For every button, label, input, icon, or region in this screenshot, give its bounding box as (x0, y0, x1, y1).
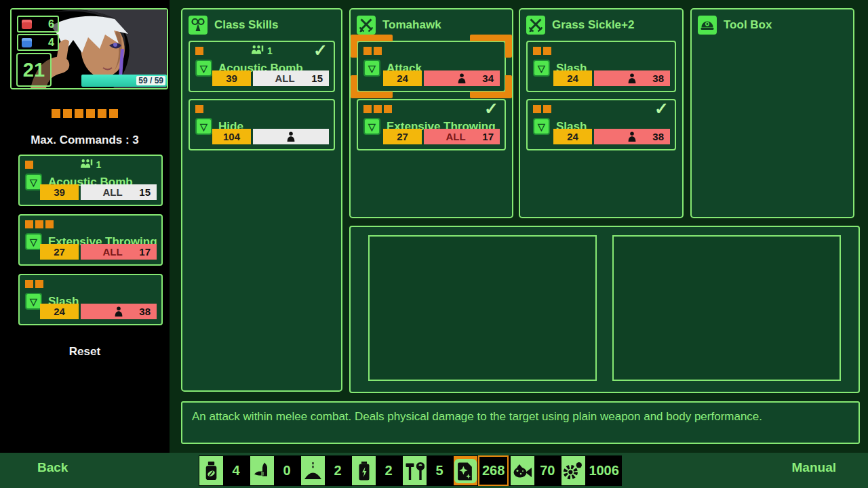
skill-stat-bars: 104 (212, 129, 329, 144)
inventory-count: 2 (326, 455, 350, 486)
hp-bar: 59 / 59 (81, 75, 167, 87)
check-icon: ✓ (484, 99, 498, 119)
power-value: 17 (482, 131, 494, 142)
cost-square (533, 105, 541, 113)
reset-button[interactable]: Reset (0, 345, 170, 359)
skill-panel: Tool Box (690, 8, 854, 218)
skill-card[interactable]: ▽Slash2438 (18, 274, 163, 325)
inventory-item[interactable]: 2 (300, 455, 350, 486)
blue-item-icon (22, 38, 32, 47)
command-cost-squares (195, 105, 203, 113)
speed-value: 27 (383, 129, 422, 144)
manual-button[interactable]: Manual (792, 460, 836, 475)
command-cost-squares (363, 105, 392, 113)
crossed-weapons-icon (526, 16, 545, 35)
command-cost-squares (533, 105, 551, 113)
skill-panel: Class Skills1✓▽Acoustic Bomb39ALL15▽Hide… (181, 8, 342, 392)
cost-square (533, 47, 541, 55)
target-power-bar (253, 129, 329, 144)
stat-blue-value: 4 (48, 37, 54, 49)
skill-card[interactable]: ▽Attack2434 (357, 41, 506, 92)
target-all-label: ALL (446, 131, 465, 142)
speed-value: 24 (553, 129, 592, 144)
target-all-label: ALL (102, 246, 122, 258)
uses-count: 1 (267, 45, 273, 56)
cost-square (35, 220, 43, 228)
target-power-bar: ALL17 (81, 244, 157, 260)
check-icon: ✓ (654, 99, 669, 119)
skill-card[interactable]: ✓▽Slash2438 (526, 99, 676, 150)
panel-title: Tomahawk (382, 18, 441, 32)
target-power-bar: ALL15 (253, 70, 329, 86)
max-commands-label: Max. Commands : 3 (0, 134, 170, 147)
command-slot-square (109, 109, 118, 118)
skill-card[interactable]: 1▽Acoustic Bomb39ALL15 (18, 155, 163, 206)
panel-card-list: 1✓▽Acoustic Bomb39ALL15▽Hide104 (182, 40, 341, 151)
toolbox-icon (698, 16, 717, 35)
cost-square (195, 105, 203, 113)
command-slot-square (98, 109, 106, 118)
command-slot-square (75, 109, 83, 118)
cost-square (543, 47, 551, 55)
back-button[interactable]: Back (37, 460, 68, 475)
person-icon (115, 306, 123, 317)
command-cost-squares (25, 280, 43, 288)
highlight-frame (454, 459, 477, 483)
cost-square (363, 105, 372, 113)
skill-type-icon: ▽ (195, 118, 212, 135)
battery-icon (352, 456, 376, 485)
selection-cursor-corner (470, 35, 512, 58)
inventory-count: 2 (376, 455, 401, 486)
inventory-item[interactable]: 5 (402, 455, 452, 486)
cost-square (374, 105, 382, 113)
skill-card[interactable]: ▽Hide104 (189, 99, 335, 150)
stat-blue: 4 (17, 34, 59, 51)
inventory-item[interactable]: 0 (250, 455, 299, 486)
skill-card[interactable]: ▽Slash2438 (526, 41, 676, 92)
inventory-item[interactable]: 4 (199, 455, 248, 486)
person-icon (458, 73, 467, 83)
power-value: 15 (139, 186, 151, 198)
skill-card[interactable]: ✓▽Extensive Throwing27ALL17 (357, 99, 506, 150)
cost-square (384, 105, 392, 113)
panel-title: Class Skills (214, 18, 279, 32)
skill-type-icon: ▽ (533, 118, 550, 135)
target-all-label: ALL (275, 73, 294, 84)
fish-icon (511, 456, 534, 485)
red-item-icon (22, 20, 32, 29)
crossed-weapons-icon (357, 16, 376, 35)
panel-header: Tool Box (692, 9, 853, 40)
command-slot-square (63, 109, 72, 118)
power-value: 15 (311, 73, 323, 84)
skill-card[interactable]: ▽Extensive Throwing27ALL17 (18, 214, 163, 266)
preview-container (349, 226, 860, 393)
person-icon (287, 131, 296, 142)
level-value: 21 (16, 53, 52, 87)
skill-type-icon: ▽ (533, 60, 550, 77)
inventory-item[interactable]: 268 (453, 455, 509, 486)
cost-square (35, 280, 43, 288)
skill-card[interactable]: 1✓▽Acoustic Bomb39ALL15 (189, 41, 335, 92)
speed-value: 39 (212, 70, 251, 86)
uses-count: 1 (96, 159, 102, 170)
inventory-count: 70 (535, 455, 559, 486)
uses-indicator: 1 (20, 159, 161, 170)
inventory-item[interactable]: 70 (510, 455, 559, 486)
fuel-canister-icon (454, 456, 477, 485)
cost-square (45, 220, 54, 228)
speed-value: 24 (553, 70, 592, 86)
selection-cursor-corner (351, 75, 393, 98)
skill-stat-bars: 27ALL17 (383, 129, 500, 144)
skill-stat-bars: 39ALL15 (212, 70, 329, 86)
inventory-count: 268 (478, 455, 509, 486)
command-cost-squares (533, 47, 551, 55)
skill-type-icon: ▽ (363, 60, 380, 77)
inventory-count: 1006 (586, 455, 622, 486)
panel-title: Tool Box (724, 18, 772, 32)
speed-value: 24 (40, 304, 79, 319)
inventory-item[interactable]: 2 (351, 455, 401, 486)
stat-red-value: 6 (48, 18, 54, 30)
inventory-item[interactable]: 1006 (561, 455, 622, 486)
preview-box-left (368, 235, 597, 381)
class-emblem-icon (189, 16, 208, 35)
